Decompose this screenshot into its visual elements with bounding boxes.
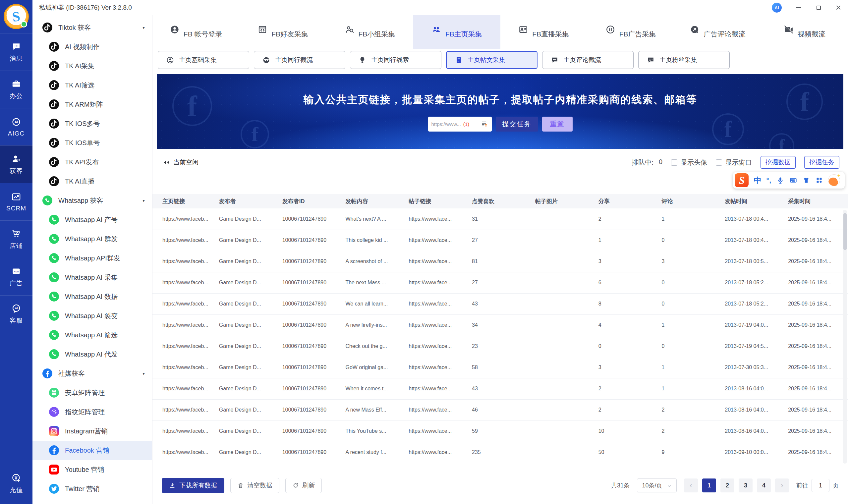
tab-ad-comment[interactable]: 广告评论截流 <box>674 15 761 49</box>
rail-item-messages[interactable]: 消息 <box>0 33 33 71</box>
tab-fb-live[interactable]: FB直播采集 <box>500 15 587 49</box>
toolbox-grid-icon[interactable] <box>815 176 823 184</box>
sidebar-item-wa-api-mass[interactable]: Whatsapp API群发 <box>33 249 152 268</box>
reset-button[interactable]: 重置 <box>542 116 573 131</box>
rail-item-service[interactable]: AI客服 <box>0 295 33 333</box>
sidebar-item-twitter-marketing[interactable]: Twitter 营销 <box>33 479 152 498</box>
table-row[interactable]: https://www.faceb...Game Design D...1000… <box>152 230 848 251</box>
sidebar-item-wa-ai-filter[interactable]: Whatsapp AI 筛选 <box>33 325 152 345</box>
sidebar-item-tk-ai-filter[interactable]: TK AI筛选 <box>33 75 152 95</box>
table-row[interactable]: https://www.faceb...Game Design D...1000… <box>152 336 848 357</box>
subtab-comment-intercept[interactable]: 主页评论截流 <box>542 51 634 69</box>
mine-task-button[interactable]: 挖掘任务 <box>804 156 840 169</box>
sidebar-item-tk-ios-multi[interactable]: TK IOS多号 <box>33 114 152 133</box>
tab-fb-ads[interactable]: FB广告采集 <box>587 15 674 49</box>
rail-item-recharge[interactable]: 充值 <box>0 463 33 504</box>
table-row[interactable]: https://www.faceb...Game Design D...1000… <box>152 314 848 336</box>
tab-video-intercept[interactable]: 视频截流 <box>761 15 848 49</box>
page-button-1[interactable]: 1 <box>702 479 716 492</box>
clear-data-button[interactable]: 清空数据 <box>230 478 279 493</box>
sidebar-item-facebook-marketing[interactable]: Facebook 营销 <box>33 441 152 460</box>
sidebar-item-android-matrix[interactable]: 安卓矩阵管理 <box>33 383 152 402</box>
table-row[interactable]: https://www.faceb...Game Design D...1000… <box>152 293 848 314</box>
table-row[interactable]: https://www.faceb...Game Design D...1000… <box>152 209 848 230</box>
sidebar-item-wa-ai-fission[interactable]: Whatsapp AI 裂变 <box>33 306 152 325</box>
sidebar-item-youtube-marketing[interactable]: Youtube 营销 <box>33 460 152 479</box>
table-row[interactable]: https://www.faceb...Game Design D...1000… <box>152 272 848 293</box>
sidebar-item-wa-ai-data[interactable]: Whatsapp AI 数据 <box>33 287 152 306</box>
column-header-shares[interactable]: 分享 <box>595 194 658 209</box>
subtab-fans-collect[interactable]: 主页粉丝采集 <box>638 51 730 69</box>
tab-fb-login[interactable]: FB 帐号登录 <box>152 15 239 49</box>
page-size-select[interactable]: 10条/页 <box>637 479 677 492</box>
page-button-2[interactable]: 2 <box>720 479 734 492</box>
maximize-button[interactable] <box>815 5 822 11</box>
skin-icon[interactable] <box>802 176 810 184</box>
sidebar-item-fingerprint-matrix[interactable]: 指纹矩阵管理 <box>33 402 152 421</box>
mine-data-button[interactable]: 挖掘数据 <box>760 156 796 169</box>
submit-task-button[interactable]: 提交任务 <box>496 116 538 131</box>
sidebar-item-wa-ai-collect[interactable]: Whatsapp AI 采集 <box>33 268 152 287</box>
rail-item-acquire[interactable]: 获客 <box>0 145 33 183</box>
column-header-comments[interactable]: 评论 <box>658 194 722 209</box>
import-list-icon[interactable] <box>481 120 488 128</box>
microphone-icon[interactable] <box>776 176 784 184</box>
sidebar-item-social-group[interactable]: 社媒获客▾ <box>33 364 152 383</box>
rail-item-scrm[interactable]: SCRM <box>0 183 33 220</box>
close-button[interactable] <box>835 5 841 11</box>
ime-language-toggle[interactable]: 中 <box>754 175 761 185</box>
column-header-post_link[interactable]: 帖子链接 <box>405 194 469 209</box>
keyboard-icon[interactable] <box>789 176 797 184</box>
table-row[interactable]: https://www.faceb...Game Design D...1000… <box>152 442 848 463</box>
minimize-button[interactable] <box>796 5 801 11</box>
sidebar-item-tk-api-publish[interactable]: TK API发布 <box>33 152 152 172</box>
sidebar-item-tk-ios-single[interactable]: TK IOS单号 <box>33 133 152 152</box>
download-all-button[interactable]: 下载所有数据 <box>162 478 224 493</box>
table-row[interactable]: https://www.faceb...Game Design D...1000… <box>152 420 848 442</box>
sidebar-item-wa-ai-account[interactable]: Whatsapp AI 产号 <box>33 210 152 229</box>
sogou-logo-icon[interactable]: S <box>735 173 748 187</box>
sidebar-item-tk-ai-collect[interactable]: TK AI采集 <box>33 56 152 75</box>
column-header-link[interactable]: 主页链接 <box>152 194 216 209</box>
sidebar-item-wa-ai-proxy[interactable]: Whatsapp AI 代发 <box>33 345 152 364</box>
sidebar-item-wa-ai-mass[interactable]: Whatsapp AI 群发 <box>33 229 152 249</box>
show-avatar-checkbox[interactable]: 显示头像 <box>671 158 707 167</box>
subtab-page-basic[interactable]: 主页基础采集 <box>158 51 249 69</box>
rail-item-office[interactable]: 办公 <box>0 71 33 108</box>
ime-punctuation-toggle[interactable]: °, <box>766 177 772 184</box>
refresh-button[interactable]: 刷新 <box>285 478 322 493</box>
tab-fb-friends[interactable]: FB好友采集 <box>239 15 326 49</box>
column-header-publisher_id[interactable]: 发布者ID <box>279 194 342 209</box>
column-header-content[interactable]: 发帖内容 <box>342 194 405 209</box>
subtab-peer-leads[interactable]: 主页同行线索 <box>350 51 441 69</box>
rail-item-ads[interactable]: ADS广告 <box>0 258 33 295</box>
rail-item-aigc[interactable]: AIAIGC <box>0 108 33 145</box>
scrollbar-thumb[interactable] <box>843 213 847 250</box>
table-scrollbar[interactable] <box>843 210 847 464</box>
table-row[interactable]: https://www.faceb...Game Design D...1000… <box>152 399 848 420</box>
table-row[interactable]: https://www.faceb...Game Design D...1000… <box>152 251 848 272</box>
sidebar-item-whatsapp-group[interactable]: Whatsapp 获客▾ <box>33 191 152 210</box>
sidebar-item-instagram-marketing[interactable]: Instagram营销 <box>33 421 152 441</box>
sidebar-item-ai-video[interactable]: AI 视频制作 <box>33 37 152 56</box>
sidebar-item-tiktok-group[interactable]: Tiktok 获客▾ <box>33 18 152 37</box>
column-header-publisher[interactable]: 发布者 <box>216 194 279 209</box>
table-row[interactable]: https://www.faceb...Game Design D...1000… <box>152 357 848 378</box>
page-url-input[interactable]: https://www... (1) <box>428 116 492 131</box>
next-page-button[interactable]: › <box>775 479 789 492</box>
subtab-page-posts[interactable]: 主页帖文采集 <box>446 51 538 69</box>
sidebar-item-tk-ai-live[interactable]: TK AI直播 <box>33 172 152 191</box>
tab-fb-pages[interactable]: FB主页采集 <box>413 15 500 49</box>
rail-item-shop[interactable]: 店铺 <box>0 220 33 258</box>
ai-assistant-badge[interactable]: AI <box>772 3 782 13</box>
column-header-post_time[interactable]: 发帖时间 <box>721 194 785 209</box>
sidebar-item-tk-arm-matrix[interactable]: TK ARM矩阵 <box>33 95 152 114</box>
column-header-likes[interactable]: 点赞喜欢 <box>469 194 532 209</box>
tab-fb-groups[interactable]: FB小组采集 <box>326 15 413 49</box>
page-button-3[interactable]: 3 <box>739 479 753 492</box>
prev-page-button[interactable]: ‹ <box>684 479 698 492</box>
column-header-image[interactable]: 帖子图片 <box>532 194 595 209</box>
column-header-collect_time[interactable]: 采集时间 <box>785 194 848 209</box>
ime-emoji-icon[interactable] <box>828 174 840 186</box>
goto-page-input[interactable] <box>812 479 829 492</box>
